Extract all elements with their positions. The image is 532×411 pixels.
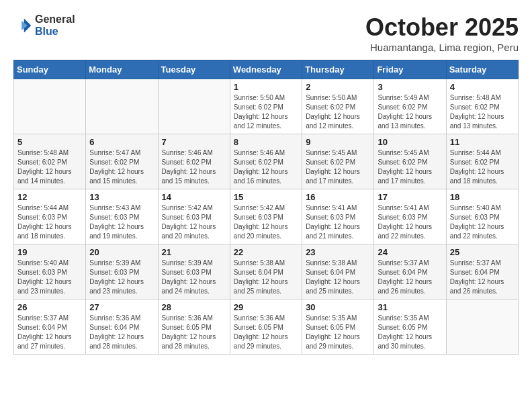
day-info: Sunrise: 5:50 AM Sunset: 6:02 PM Dayligh… — [306, 93, 370, 131]
day-number: 16 — [306, 192, 370, 202]
calendar-cell: 28Sunrise: 5:36 AM Sunset: 6:05 PM Dayli… — [158, 300, 230, 355]
day-info: Sunrise: 5:41 AM Sunset: 6:03 PM Dayligh… — [306, 203, 370, 241]
day-number: 29 — [234, 302, 298, 312]
day-number: 15 — [234, 192, 298, 202]
calendar-cell: 10Sunrise: 5:45 AM Sunset: 6:02 PM Dayli… — [374, 134, 446, 189]
day-info: Sunrise: 5:38 AM Sunset: 6:04 PM Dayligh… — [234, 259, 298, 296]
logo-text: General Blue — [35, 13, 75, 37]
day-info: Sunrise: 5:44 AM Sunset: 6:03 PM Dayligh… — [17, 203, 82, 241]
calendar-cell: 23Sunrise: 5:38 AM Sunset: 6:04 PM Dayli… — [302, 244, 374, 300]
day-number: 25 — [450, 247, 515, 257]
calendar-cell: 8Sunrise: 5:46 AM Sunset: 6:02 PM Daylig… — [230, 134, 302, 189]
day-number: 8 — [234, 137, 298, 147]
weekday-header: Friday — [374, 60, 446, 79]
day-number: 13 — [89, 192, 154, 202]
day-number: 6 — [89, 137, 154, 147]
weekday-header: Tuesday — [158, 60, 230, 79]
day-info: Sunrise: 5:46 AM Sunset: 6:02 PM Dayligh… — [234, 148, 298, 186]
calendar-week-row: 12Sunrise: 5:44 AM Sunset: 6:03 PM Dayli… — [14, 189, 519, 244]
day-number: 24 — [378, 247, 442, 257]
calendar-cell: 12Sunrise: 5:44 AM Sunset: 6:03 PM Dayli… — [14, 189, 86, 244]
calendar-week-row: 5Sunrise: 5:48 AM Sunset: 6:02 PM Daylig… — [14, 134, 519, 189]
day-number: 28 — [162, 302, 226, 312]
day-info: Sunrise: 5:42 AM Sunset: 6:03 PM Dayligh… — [234, 203, 298, 241]
calendar-cell: 1Sunrise: 5:50 AM Sunset: 6:02 PM Daylig… — [230, 79, 302, 134]
weekday-header: Sunday — [14, 60, 86, 79]
day-number: 21 — [162, 247, 226, 257]
calendar-cell: 16Sunrise: 5:41 AM Sunset: 6:03 PM Dayli… — [302, 189, 374, 244]
day-info: Sunrise: 5:45 AM Sunset: 6:02 PM Dayligh… — [306, 148, 370, 186]
calendar-cell: 19Sunrise: 5:40 AM Sunset: 6:03 PM Dayli… — [14, 244, 86, 300]
calendar-cell — [446, 300, 518, 355]
calendar-cell: 15Sunrise: 5:42 AM Sunset: 6:03 PM Dayli… — [230, 189, 302, 244]
calendar-cell — [14, 79, 86, 134]
day-number: 9 — [306, 137, 370, 147]
day-info: Sunrise: 5:38 AM Sunset: 6:04 PM Dayligh… — [306, 259, 370, 296]
logo-icon — [13, 16, 32, 35]
calendar-cell: 26Sunrise: 5:37 AM Sunset: 6:04 PM Dayli… — [14, 300, 86, 355]
calendar-cell: 30Sunrise: 5:35 AM Sunset: 6:05 PM Dayli… — [302, 300, 374, 355]
calendar-cell: 13Sunrise: 5:43 AM Sunset: 6:03 PM Dayli… — [86, 189, 158, 244]
calendar-cell: 21Sunrise: 5:39 AM Sunset: 6:03 PM Dayli… — [158, 244, 230, 300]
day-number: 23 — [306, 247, 370, 257]
day-number: 11 — [450, 137, 515, 147]
day-number: 19 — [17, 247, 82, 257]
calendar-cell: 20Sunrise: 5:39 AM Sunset: 6:03 PM Dayli… — [86, 244, 158, 300]
day-number: 12 — [17, 192, 82, 202]
day-number: 18 — [450, 192, 515, 202]
day-info: Sunrise: 5:39 AM Sunset: 6:03 PM Dayligh… — [89, 259, 154, 296]
weekday-header: Wednesday — [230, 60, 302, 79]
calendar-cell: 22Sunrise: 5:38 AM Sunset: 6:04 PM Dayli… — [230, 244, 302, 300]
day-info: Sunrise: 5:47 AM Sunset: 6:02 PM Dayligh… — [89, 148, 154, 186]
day-info: Sunrise: 5:40 AM Sunset: 6:03 PM Dayligh… — [17, 259, 82, 296]
day-info: Sunrise: 5:40 AM Sunset: 6:03 PM Dayligh… — [450, 203, 515, 241]
day-info: Sunrise: 5:37 AM Sunset: 6:04 PM Dayligh… — [450, 259, 515, 296]
day-number: 17 — [378, 192, 442, 202]
calendar-week-row: 1Sunrise: 5:50 AM Sunset: 6:02 PM Daylig… — [14, 79, 519, 134]
day-number: 30 — [306, 302, 370, 312]
day-number: 27 — [89, 302, 154, 312]
calendar-cell: 2Sunrise: 5:50 AM Sunset: 6:02 PM Daylig… — [302, 79, 374, 134]
day-info: Sunrise: 5:35 AM Sunset: 6:05 PM Dayligh… — [306, 314, 370, 351]
calendar-cell: 18Sunrise: 5:40 AM Sunset: 6:03 PM Dayli… — [446, 189, 518, 244]
header: General Blue October 2025 Huamantanga, L… — [13, 13, 519, 53]
calendar-cell: 29Sunrise: 5:36 AM Sunset: 6:05 PM Dayli… — [230, 300, 302, 355]
calendar-title: October 2025 — [365, 13, 519, 42]
day-number: 10 — [378, 137, 442, 147]
day-info: Sunrise: 5:48 AM Sunset: 6:02 PM Dayligh… — [450, 93, 515, 131]
logo-blue: Blue — [35, 26, 75, 38]
calendar-cell — [158, 79, 230, 134]
calendar-cell: 4Sunrise: 5:48 AM Sunset: 6:02 PM Daylig… — [446, 79, 518, 134]
day-info: Sunrise: 5:48 AM Sunset: 6:02 PM Dayligh… — [17, 148, 82, 186]
day-info: Sunrise: 5:36 AM Sunset: 6:04 PM Dayligh… — [89, 314, 154, 351]
calendar-cell: 31Sunrise: 5:35 AM Sunset: 6:05 PM Dayli… — [374, 300, 446, 355]
calendar-cell: 6Sunrise: 5:47 AM Sunset: 6:02 PM Daylig… — [86, 134, 158, 189]
weekday-header: Thursday — [302, 60, 374, 79]
day-info: Sunrise: 5:42 AM Sunset: 6:03 PM Dayligh… — [162, 203, 226, 241]
calendar-header-row: SundayMondayTuesdayWednesdayThursdayFrid… — [14, 60, 519, 79]
logo: General Blue — [13, 13, 75, 37]
calendar-cell: 3Sunrise: 5:49 AM Sunset: 6:02 PM Daylig… — [374, 79, 446, 134]
day-number: 20 — [89, 247, 154, 257]
day-info: Sunrise: 5:45 AM Sunset: 6:02 PM Dayligh… — [378, 148, 442, 186]
calendar-cell: 7Sunrise: 5:46 AM Sunset: 6:02 PM Daylig… — [158, 134, 230, 189]
day-number: 31 — [378, 302, 442, 312]
day-number: 14 — [162, 192, 226, 202]
calendar-cell: 27Sunrise: 5:36 AM Sunset: 6:04 PM Dayli… — [86, 300, 158, 355]
calendar-table: SundayMondayTuesdayWednesdayThursdayFrid… — [13, 60, 519, 355]
day-number: 2 — [306, 82, 370, 92]
day-info: Sunrise: 5:49 AM Sunset: 6:02 PM Dayligh… — [378, 93, 442, 131]
calendar-cell: 9Sunrise: 5:45 AM Sunset: 6:02 PM Daylig… — [302, 134, 374, 189]
day-number: 26 — [17, 302, 82, 312]
calendar-subtitle: Huamantanga, Lima region, Peru — [365, 42, 519, 53]
day-number: 3 — [378, 82, 442, 92]
day-info: Sunrise: 5:39 AM Sunset: 6:03 PM Dayligh… — [162, 259, 226, 296]
day-info: Sunrise: 5:46 AM Sunset: 6:02 PM Dayligh… — [162, 148, 226, 186]
day-info: Sunrise: 5:44 AM Sunset: 6:02 PM Dayligh… — [450, 148, 515, 186]
day-info: Sunrise: 5:37 AM Sunset: 6:04 PM Dayligh… — [378, 259, 442, 296]
calendar-cell: 5Sunrise: 5:48 AM Sunset: 6:02 PM Daylig… — [14, 134, 86, 189]
weekday-header: Monday — [86, 60, 158, 79]
day-info: Sunrise: 5:36 AM Sunset: 6:05 PM Dayligh… — [162, 314, 226, 351]
day-number: 5 — [17, 137, 82, 147]
day-number: 1 — [234, 82, 298, 92]
